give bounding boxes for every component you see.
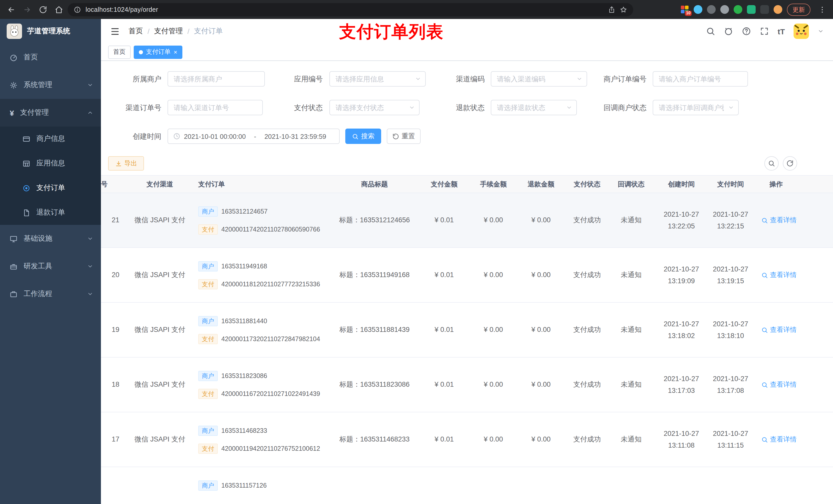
extension-icon[interactable]: [720, 5, 729, 14]
search-icon[interactable]: [706, 27, 715, 36]
extension-icon[interactable]: [694, 5, 703, 14]
view-details-link[interactable]: 查看详情: [761, 215, 796, 225]
view-details-link[interactable]: 查看详情: [761, 325, 796, 335]
table-header-cell: 支付金额: [415, 179, 473, 189]
merchant-select[interactable]: [168, 71, 265, 87]
table-header-cell: 创建时间: [657, 179, 706, 189]
extension-badge: 10: [685, 11, 692, 16]
extension-icon[interactable]: [747, 5, 756, 14]
filter-label: 渠道编码: [444, 71, 485, 87]
sidebar-item-merchant-info[interactable]: 商户信息: [0, 126, 101, 151]
extension-avatar-icon[interactable]: [774, 5, 782, 14]
tab-pay-order[interactable]: 支付订单 ×: [134, 45, 182, 58]
breadcrumb-current: 支付订单: [194, 27, 223, 36]
document-icon: [23, 209, 30, 216]
bookmark-star-icon[interactable]: [620, 6, 627, 13]
reset-button[interactable]: 重置: [387, 128, 421, 144]
extension-puzzle-icon[interactable]: 10: [680, 5, 689, 14]
search-button[interactable]: 搜索: [345, 128, 381, 144]
merchant-order-no-field[interactable]: [653, 71, 748, 87]
user-menu-caret-icon[interactable]: [818, 28, 824, 34]
filter-label: 退款状态: [444, 100, 485, 115]
breadcrumb-home[interactable]: 首页: [128, 27, 143, 36]
chevron-down-icon: [87, 82, 93, 88]
site-info-icon[interactable]: [74, 6, 81, 13]
merchant-tag: 商户: [198, 425, 218, 436]
sidebar-item-infra[interactable]: 基础设施: [0, 225, 101, 253]
share-icon[interactable]: [608, 6, 615, 13]
filter-label: 渠道订单号: [101, 100, 161, 115]
browser-back-icon[interactable]: [4, 3, 18, 16]
view-details-link[interactable]: 查看详情: [761, 270, 796, 280]
sidebar-item-devtools[interactable]: 研发工具: [0, 253, 101, 280]
active-tab-dot: [139, 50, 143, 54]
sidebar-item-workflow[interactable]: 工作流程: [0, 280, 101, 308]
sidebar-item-app-info[interactable]: 应用信息: [0, 151, 101, 176]
search-icon: [352, 133, 359, 140]
sidebar-item-system[interactable]: 系统管理: [0, 71, 101, 99]
export-button[interactable]: 导出: [108, 156, 144, 171]
merchant-tag: 商户: [198, 370, 218, 381]
breadcrumb-payment[interactable]: 支付管理: [154, 27, 183, 36]
tab-close-icon[interactable]: ×: [174, 49, 177, 55]
sidebar-item-pay-order[interactable]: 支付订单: [0, 176, 101, 200]
browser-home-icon[interactable]: [52, 3, 66, 16]
app-logo: 芋道管理系统: [0, 19, 101, 44]
extension-icon[interactable]: [734, 5, 742, 14]
filter-label: 支付状态: [282, 100, 323, 115]
channel-code-select[interactable]: [491, 71, 587, 87]
help-icon[interactable]: [742, 27, 751, 36]
font-size-icon[interactable]: tT: [778, 27, 785, 35]
sidebar-toggle-icon[interactable]: [110, 26, 120, 36]
sidebar-item-dashboard[interactable]: 首页: [0, 44, 101, 71]
toolbox-icon: [10, 263, 18, 270]
sidebar-item-refund-order[interactable]: 退款订单: [0, 200, 101, 225]
view-details-link[interactable]: 查看详情: [761, 434, 796, 445]
table-header-cell: 商品标题: [334, 179, 415, 189]
merchant-tag: 商户: [198, 206, 218, 216]
refund-status-select[interactable]: [491, 100, 577, 115]
chevron-down-icon: [87, 263, 93, 269]
view-details-link[interactable]: 查看详情: [761, 380, 796, 390]
channel-order-no-input[interactable]: [168, 100, 263, 115]
monitor-icon: [10, 235, 18, 242]
channel-order-no-field[interactable]: [168, 100, 263, 115]
address-bar[interactable]: localhost:1024/pay/order: [68, 3, 633, 16]
pay-status-input[interactable]: [329, 100, 420, 115]
yen-icon: ¥: [10, 108, 14, 117]
gear-icon: [10, 81, 18, 89]
refresh-table-button[interactable]: [783, 156, 797, 171]
refund-status-input[interactable]: [491, 100, 577, 115]
filter-label: 应用编号: [282, 71, 323, 87]
merchant-tag: 商户: [198, 261, 218, 271]
table-row: 21 微信 JSAPI 支付 商户1635312124657 支付4200001…: [101, 193, 833, 248]
magnifier-icon: [761, 272, 768, 279]
refresh-icon: [392, 133, 399, 140]
extension-icon[interactable]: [760, 5, 769, 14]
notify-status-input[interactable]: [653, 100, 739, 115]
create-time-range-picker[interactable]: 2021-10-01 00:00:00 - 2021-10-31 23:59:5…: [168, 128, 340, 144]
toggle-search-button[interactable]: [764, 156, 779, 171]
merchant-select-input[interactable]: [168, 71, 265, 87]
browser-reload-icon[interactable]: [36, 3, 50, 16]
browser-forward-icon[interactable]: [20, 3, 34, 16]
fullscreen-icon[interactable]: [760, 27, 769, 36]
tab-home[interactable]: 首页: [108, 45, 130, 58]
browser-menu-icon[interactable]: [815, 3, 829, 16]
merchant-order-no-input[interactable]: [653, 71, 748, 87]
app-id-select-input[interactable]: [329, 71, 426, 87]
browser-update-button[interactable]: 更新: [787, 3, 810, 16]
extension-icon[interactable]: [707, 5, 716, 14]
table-row: 17 微信 JSAPI 支付 商户1635311468233 支付4200001…: [101, 412, 833, 467]
pay-status-select[interactable]: [329, 100, 420, 115]
user-avatar[interactable]: [793, 24, 809, 39]
github-icon[interactable]: [724, 27, 733, 36]
notify-status-select[interactable]: [653, 100, 739, 115]
filter-label: 回调商户状态: [585, 100, 646, 115]
date-separator: -: [254, 133, 256, 140]
app-id-select[interactable]: [329, 71, 426, 87]
channel-code-input[interactable]: [491, 71, 587, 87]
orders-table: 编号 支付渠道 支付订单 商品标题 支付金额 手续金额 退款金额 支付状态 回调…: [101, 175, 833, 504]
magnifier-icon: [761, 217, 768, 223]
sidebar-item-payment[interactable]: ¥ 支付管理: [0, 99, 101, 126]
